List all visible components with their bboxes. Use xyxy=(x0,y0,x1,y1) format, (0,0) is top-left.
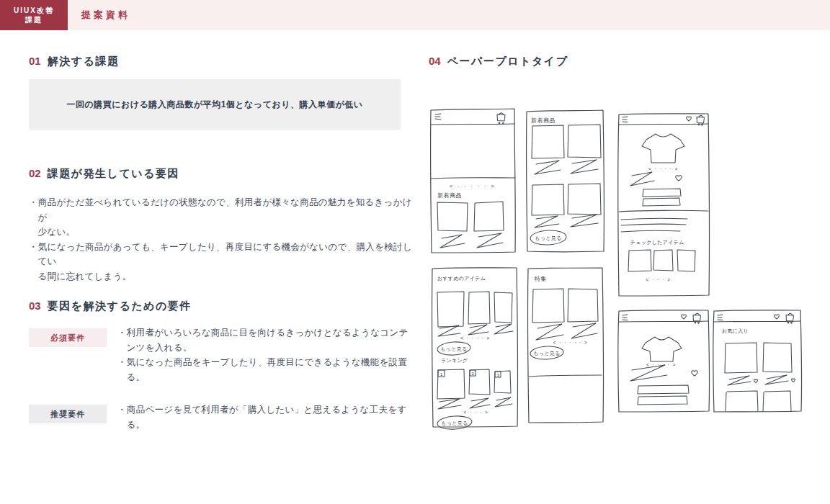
requirement-item: ・利用者がいろいろな商品に目を向けるきっかけとなるようなコンテ ンツを入れる。 xyxy=(117,325,413,355)
cart-icon xyxy=(497,113,505,124)
text-squiggle xyxy=(470,398,490,408)
checked-items-label: チェックしたアイテム xyxy=(630,240,684,246)
product-placeholder xyxy=(628,250,651,271)
sketch-feature-screen: 特集 < · · · · · > もっと見る xyxy=(528,268,604,423)
carousel-dots: < · · · · > xyxy=(460,336,491,341)
section-3-number: 03 xyxy=(29,300,41,312)
section-1-number: 01 xyxy=(29,55,41,67)
recommended-requirement-badge: 推奨要件 xyxy=(29,405,107,423)
product-placeholder xyxy=(763,391,791,411)
page-title: 提案資料 xyxy=(81,0,130,30)
sketch-favorites-screen: お気に入り xyxy=(713,310,802,412)
text-squiggle xyxy=(630,365,667,381)
section-3-heading: 03 要因を解決するための要件 xyxy=(29,300,192,313)
heart-icon xyxy=(775,315,780,319)
button-bar xyxy=(643,198,680,206)
button-bar xyxy=(638,396,687,405)
section-2-number: 02 xyxy=(29,167,41,179)
section-4-number: 04 xyxy=(429,55,441,67)
required-requirement-list: ・利用者がいろいろな商品に目を向けるきっかけとなるようなコンテ ンツを入れる。 … xyxy=(117,325,413,384)
sketch-product-screen-2: < · · · · > xyxy=(618,310,710,412)
feature-label: 特集 xyxy=(534,276,547,282)
text-line xyxy=(621,224,686,225)
required-requirement-badge: 必須要件 xyxy=(29,328,107,347)
problem-statement-box: 一回の購買における購入商品数が平均1個となっており、購入単価が低い xyxy=(29,79,401,130)
see-more-button: もっと見る xyxy=(437,415,472,430)
carousel-dots: < · · · > xyxy=(464,410,489,415)
button-bar xyxy=(643,189,681,197)
product-placeholder xyxy=(468,292,490,324)
tshirt-drawing xyxy=(642,337,682,361)
product-placeholder xyxy=(568,289,598,322)
text-squiggle xyxy=(630,172,654,186)
product-placeholder xyxy=(532,184,564,215)
product-placeholder xyxy=(437,202,468,231)
top-bar-divider xyxy=(619,124,708,125)
cause-item: ・気になった商品があっても、キープしたり、再度目にする機会がないので、購入を検討… xyxy=(29,240,418,284)
section-1-title: 解決する課題 xyxy=(48,55,120,68)
product-placeholder xyxy=(763,343,792,372)
ranking-label: ランキング xyxy=(441,358,468,363)
section-1-heading: 01 解決する課題 xyxy=(29,55,119,68)
recommended-requirement-list: ・商品ページを見て利用者が「購入したい」と思えるような工夫をす る。 xyxy=(117,402,413,432)
phone-frame xyxy=(527,110,604,252)
divider-line xyxy=(529,375,602,377)
doc-badge: UIUX改善 課題 xyxy=(0,0,68,30)
text-squiggle xyxy=(494,324,513,334)
see-more-button: もっと見る xyxy=(530,230,567,246)
carousel-dots: < · · · · · > xyxy=(553,340,589,345)
product-placeholder xyxy=(532,289,564,323)
cart-icon xyxy=(786,313,794,323)
doc-badge-line1: UIUX改善 xyxy=(14,6,54,16)
product-placeholder xyxy=(725,343,757,373)
text-line xyxy=(621,230,680,232)
carousel-dots: < · · · > xyxy=(646,277,671,282)
recommended-items-label: おすすめのアイテム xyxy=(437,276,486,282)
product-placeholder xyxy=(568,125,601,158)
hero-banner-area xyxy=(431,124,514,125)
rank-number: 2 xyxy=(472,372,475,376)
text-squiggle xyxy=(468,325,488,335)
carousel-dots: < · · · · > xyxy=(648,166,679,171)
text-squiggle xyxy=(728,376,751,385)
product-placeholder xyxy=(474,202,504,231)
header-bar: UIUX改善 課題 提案資料 xyxy=(0,0,830,30)
sketch-recommend-ranking-screen: おすすめのアイテム < · · · · > もっと見る ランキング 1 2 3 xyxy=(432,268,518,431)
text-squiggle xyxy=(535,216,559,228)
heart-icon xyxy=(754,379,758,383)
section-2-heading: 02 課題が発生している要因 xyxy=(29,167,179,181)
cause-item: ・商品がただ並べられているだけの状態なので、利用者が様々な商品の魅力を知るきっか… xyxy=(29,195,418,240)
carousel-dots: < · · · · · > xyxy=(450,184,496,189)
heart-icon xyxy=(676,176,682,181)
requirement-item: ・商品ページを見て利用者が「購入したい」と思えるような工夫をす る。 xyxy=(117,402,413,432)
phone-frame xyxy=(528,268,604,423)
section-3-title: 要因を解決するための要件 xyxy=(48,300,192,313)
text-line xyxy=(621,218,687,220)
hamburger-icon xyxy=(622,117,628,122)
text-squiggle xyxy=(477,233,503,248)
proposal-slide: UIUX改善 課題 提案資料 01 解決する課題 一回の購買における購入商品数が… xyxy=(0,0,830,504)
requirement-item: ・気になった商品をキープしたり、再度目にできるような機能を設置 る。 xyxy=(117,355,413,384)
heart-icon xyxy=(792,379,795,382)
section-4-title: ペーパープロトタイプ xyxy=(447,55,568,68)
new-items-label: 新着商品 xyxy=(531,117,555,124)
text-squiggle xyxy=(571,215,598,227)
text-squiggle xyxy=(535,161,561,174)
product-placeholder xyxy=(532,125,564,158)
svg-text:もっと見る: もっと見る xyxy=(441,420,468,426)
see-more-button: もっと見る xyxy=(437,341,470,356)
new-items-label: 新着商品 xyxy=(437,192,462,199)
section-2-title: 課題が発生している要因 xyxy=(48,167,179,181)
text-squiggle xyxy=(571,160,598,174)
hamburger-icon xyxy=(435,114,441,120)
cart-icon xyxy=(693,313,701,323)
text-squiggle xyxy=(440,235,465,248)
phone-frame xyxy=(431,109,516,253)
text-squiggle xyxy=(765,375,788,384)
tshirt-drawing xyxy=(642,134,684,163)
phone-frame xyxy=(618,114,710,296)
text-squiggle xyxy=(536,324,563,340)
text-squiggle xyxy=(495,397,512,407)
divider-line xyxy=(619,210,708,212)
causes-list: ・商品がただ並べられているだけの状態なので、利用者が様々な商品の魅力を知るきっか… xyxy=(29,195,418,284)
